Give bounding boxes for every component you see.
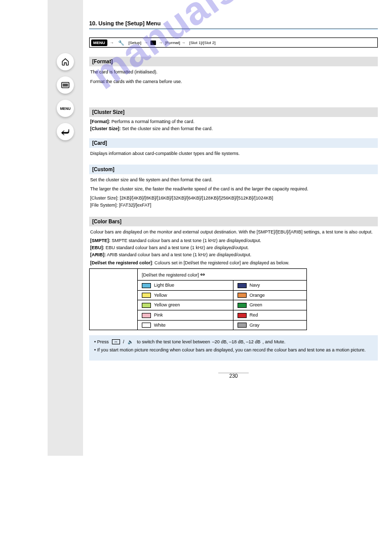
- format-subitem: [Format]: Performs a normal formatting o…: [90, 119, 377, 124]
- note-line1: • Press ▭ / 🔈 to switch the test tone le…: [94, 339, 373, 344]
- swatch-navy: [238, 283, 247, 288]
- swatch-gray: [238, 323, 247, 328]
- delset-line: [Del/set the registered color]: Colours …: [90, 260, 377, 265]
- arrow-icon: →: [110, 41, 114, 45]
- card-header: [Card]: [89, 138, 378, 148]
- wrench-icon: 🔧: [118, 40, 124, 46]
- speaker-icon: 🔈: [128, 339, 133, 344]
- smpte-item: [SMPTE]: SMPTE standard colour bars and …: [90, 238, 377, 243]
- arrow-icon: →: [144, 41, 148, 45]
- swatch-white: [142, 323, 151, 328]
- slot-options: [Slot 1]/[Slot 2]: [189, 41, 216, 45]
- section-num: 10.: [89, 20, 97, 26]
- section-title: 10. Using the [Setup] Menu: [89, 20, 378, 26]
- back-icon[interactable]: [57, 123, 74, 140]
- swatch-pink: [142, 313, 151, 318]
- section-name: Using the [Setup] Menu: [98, 20, 161, 26]
- content: manualshive.com 10. Using the [Setup] Me…: [83, 0, 392, 456]
- custom-desc1: Set the cluster size and file system and…: [90, 177, 377, 184]
- page-number: 230: [218, 373, 249, 379]
- cluster-header: [Cluster Size]: [89, 107, 378, 117]
- colorbars-desc: Colour bars are displayed on the monitor…: [90, 229, 377, 236]
- menu-icon[interactable]: MENU: [57, 100, 74, 117]
- rule: [89, 28, 378, 29]
- arrow-icon: →: [181, 41, 185, 45]
- cluster-options: [Cluster Size]: [2KB]/[4KB]/[8KB]/[16KB]…: [90, 195, 377, 201]
- custom-desc2: The larger the cluster size, the faster …: [90, 186, 377, 193]
- ebu-item: [EBU]: EBU standard colour bars and a te…: [90, 245, 377, 250]
- swatch-yellow: [142, 293, 151, 298]
- toggle-icon: ▭: [112, 339, 120, 344]
- swatch-red: [238, 313, 247, 318]
- colorbars-header: [Color Bars]: [89, 217, 378, 226]
- list-icon[interactable]: [57, 76, 74, 94]
- sdcard-icon: [150, 41, 156, 45]
- arib-item: [ARIB]: ARIB standard colour bars and a …: [90, 252, 377, 257]
- format-crumb: [Format]: [165, 41, 180, 45]
- cluster-subitem: [Cluster Size]: Set the cluster size and…: [90, 126, 377, 131]
- color-table: [Del/set the registered color] ⇔ Light B…: [89, 268, 307, 330]
- arrow-icon: →: [159, 41, 163, 45]
- menu-badge: MENU: [91, 39, 107, 46]
- home-icon[interactable]: [57, 53, 74, 70]
- setup-label: [Setup]: [129, 41, 141, 45]
- swatch-ygreen: [142, 303, 151, 308]
- filesystem-options: [File System]: [FAT32]/[exFAT]: [90, 203, 377, 208]
- swatch-green: [238, 303, 247, 308]
- card-desc: Displays information about card-compatib…: [90, 150, 377, 157]
- note-box: • Press ▭ / 🔈 to switch the test tone le…: [89, 335, 378, 361]
- th-header: [Del/set the registered color] ⇔: [138, 269, 307, 281]
- format-header: [Format]: [89, 57, 378, 66]
- menu-path-bar: MENU → 🔧 [Setup] → → [Format] → [Slot 1]…: [89, 37, 378, 48]
- th-left: [90, 269, 138, 330]
- format-desc1: The card is formatted (initialised).: [90, 69, 377, 76]
- swatch-lightblue: [142, 283, 151, 288]
- sidebar: MENU: [48, 0, 83, 456]
- format-desc2: Format the cards with the camera before …: [90, 78, 377, 86]
- custom-header: [Custom]: [89, 165, 378, 174]
- note-line2: • If you start motion picture recording …: [94, 347, 373, 352]
- swatch-orange: [238, 293, 247, 298]
